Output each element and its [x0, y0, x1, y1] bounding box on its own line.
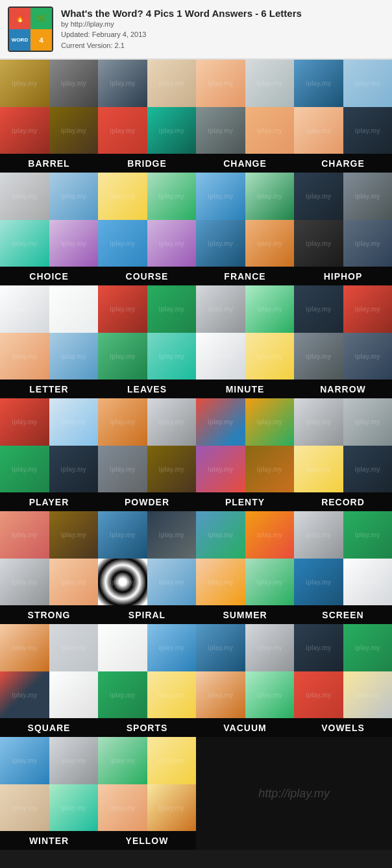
- powder-img-4: iplay.my: [147, 446, 197, 493]
- spiral-img-3: iplay.my: [98, 559, 147, 606]
- minute-img-2: iplay.my: [245, 285, 295, 333]
- vacuum-img-3: iplay.my: [196, 671, 245, 719]
- change-label: CHANGE: [196, 154, 294, 173]
- barrel-img-2: iplay.my: [49, 60, 99, 107]
- leaves-img-1: iplay.my: [98, 285, 147, 333]
- vacuum-img-1: iplay.my: [196, 624, 245, 671]
- vowels-img-3: iplay.my: [294, 671, 343, 719]
- powder-img-1: iplay.my: [98, 398, 147, 446]
- leaves-img-4: iplay.my: [147, 333, 197, 380]
- spiral-img-2: iplay.my: [147, 511, 197, 559]
- strong-img-2: iplay.my: [49, 511, 99, 559]
- vacuum-img-4: iplay.my: [245, 671, 295, 719]
- word-cell-record: iplay.my iplay.my iplay.my iplay.my RECO…: [294, 398, 392, 511]
- france-img-3: iplay.my: [196, 220, 245, 267]
- bridge-img-2: iplay.my: [147, 60, 197, 107]
- word-cell-letter: iplay.my iplay.my iplay.my iplay.my LETT…: [0, 285, 98, 398]
- plenty-label: PLENTY: [196, 492, 294, 511]
- logo-cell-grass: 🌿: [31, 8, 52, 29]
- vowels-img-2: iplay.my: [343, 624, 393, 671]
- square-label: SQUARE: [0, 718, 98, 737]
- vowels-img-1: iplay.my: [294, 624, 343, 671]
- word-cell-choice: iplay.my iplay.my iplay.my iplay.my CHOI…: [0, 173, 98, 285]
- yellow-img-1: iplay.my: [98, 737, 147, 784]
- vacuum-img-2: iplay.my: [245, 624, 295, 671]
- choice-img-1: iplay.my: [0, 173, 49, 220]
- player-img-3: iplay.my: [0, 446, 49, 493]
- strong-img-3: iplay.my: [0, 559, 49, 606]
- screen-img-3: iplay.my: [294, 559, 343, 606]
- winter-img-4: iplay.my: [49, 784, 99, 832]
- france-label: FRANCE: [196, 267, 294, 285]
- spiral-img-1: iplay.my: [98, 511, 147, 559]
- change-img-1: iplay.my: [196, 60, 245, 107]
- course-label: COURSE: [98, 267, 196, 285]
- record-img-1: iplay.my: [294, 398, 343, 446]
- charge-img-4: iplay.my: [343, 107, 393, 154]
- logo-cell-fire: 🔥: [9, 8, 31, 29]
- header-updated: Updated: February 4, 2013: [61, 29, 302, 40]
- yellow-img-3: iplay.my: [98, 784, 147, 832]
- word-cell-winter: iplay.my iplay.my iplay.my iplay.my WINT…: [0, 737, 98, 850]
- barrel-img-1: iplay.my: [0, 60, 49, 107]
- winter-img-2: iplay.my: [49, 737, 99, 784]
- course-img-2: iplay.my: [147, 173, 197, 220]
- leaves-img-2: iplay.my: [147, 285, 197, 333]
- yellow-label: YELLOW: [98, 831, 196, 850]
- record-label: RECORD: [294, 492, 392, 511]
- record-img-4: iplay.my: [343, 446, 393, 493]
- summer-label: SUMMER: [196, 605, 294, 624]
- bridge-label: BRIDGE: [98, 154, 196, 173]
- word-cell-vacuum: iplay.my iplay.my iplay.my iplay.my VACU…: [196, 624, 294, 737]
- sports-img-2: iplay.my: [147, 624, 197, 671]
- screen-label: SCREEN: [294, 605, 392, 624]
- narrow-img-2: iplay.my: [343, 285, 393, 333]
- word-cell-narrow: iplay.my iplay.my iplay.my iplay.my NARR…: [294, 285, 392, 398]
- spiral-label: SPIRAL: [98, 605, 196, 624]
- player-label: PLAYER: [0, 492, 98, 511]
- spiral-img-4: iplay.my: [147, 559, 197, 606]
- barrel-label: BARREL: [0, 154, 98, 173]
- word-cell-change: iplay.my iplay.my iplay.my iplay.my CHAN…: [196, 60, 294, 173]
- letter-label: LETTER: [0, 380, 98, 398]
- choice-label: CHOICE: [0, 267, 98, 285]
- minute-img-3: iplay.my: [196, 333, 245, 380]
- word-cell-sports: iplay.my iplay.my iplay.my iplay.my SPOR…: [98, 624, 196, 737]
- bridge-img-4: iplay.my: [147, 107, 197, 154]
- plenty-img-1: iplay.my: [196, 398, 245, 446]
- letter-img-3: iplay.my: [0, 333, 49, 380]
- square-img-1: iplay.my: [0, 624, 49, 671]
- strong-img-1: iplay.my: [0, 511, 49, 559]
- logo-cell-word: WORD: [9, 29, 31, 51]
- winter-img-3: iplay.my: [0, 784, 49, 832]
- screen-img-2: iplay.my: [343, 511, 393, 559]
- word-cell-course: iplay.my iplay.my iplay.my iplay.my COUR…: [98, 173, 196, 285]
- course-img-4: iplay.my: [147, 220, 197, 267]
- narrow-label: NARROW: [294, 380, 392, 398]
- word-cell-spiral: iplay.my iplay.my iplay.my iplay.my SPIR…: [98, 511, 196, 624]
- word-cell-vowels: iplay.my iplay.my iplay.my iplay.my VOWE…: [294, 624, 392, 737]
- page-header: 🔥 🌿 WORD 4 What's the Word? 4 Pics 1 Wor…: [0, 0, 392, 60]
- letter-img-1: iplay.my: [0, 285, 49, 333]
- player-img-2: iplay.my: [49, 398, 99, 446]
- word-cell-strong: iplay.my iplay.my iplay.my iplay.my STRO…: [0, 511, 98, 624]
- summer-img-2: iplay.my: [245, 511, 295, 559]
- screen-img-4: iplay.my: [343, 559, 393, 606]
- letter-img-2: iplay.my: [49, 285, 99, 333]
- sports-img-3: iplay.my: [98, 671, 147, 719]
- vowels-img-4: iplay.my: [343, 671, 393, 719]
- corner-watermark: http://iplay.my: [196, 737, 392, 850]
- france-img-2: iplay.my: [245, 173, 295, 220]
- powder-img-3: iplay.my: [98, 446, 147, 493]
- word-cell-summer: iplay.my iplay.my iplay.my iplay.my SUMM…: [196, 511, 294, 624]
- player-img-4: iplay.my: [49, 446, 99, 493]
- charge-img-2: iplay.my: [343, 60, 393, 107]
- hiphop-img-1: iplay.my: [294, 173, 343, 220]
- word-cell-bridge: iplay.my iplay.my iplay.my iplay.my BRID…: [98, 60, 196, 173]
- summer-img-3: iplay.my: [196, 559, 245, 606]
- word-cell-plenty: iplay.my iplay.my iplay.my iplay.my PLEN…: [196, 398, 294, 511]
- choice-img-3: iplay.my: [0, 220, 49, 267]
- word-cell-powder: iplay.my iplay.my iplay.my iplay.my POWD…: [98, 398, 196, 511]
- hiphop-img-4: iplay.my: [343, 220, 393, 267]
- sports-label: SPORTS: [98, 718, 196, 737]
